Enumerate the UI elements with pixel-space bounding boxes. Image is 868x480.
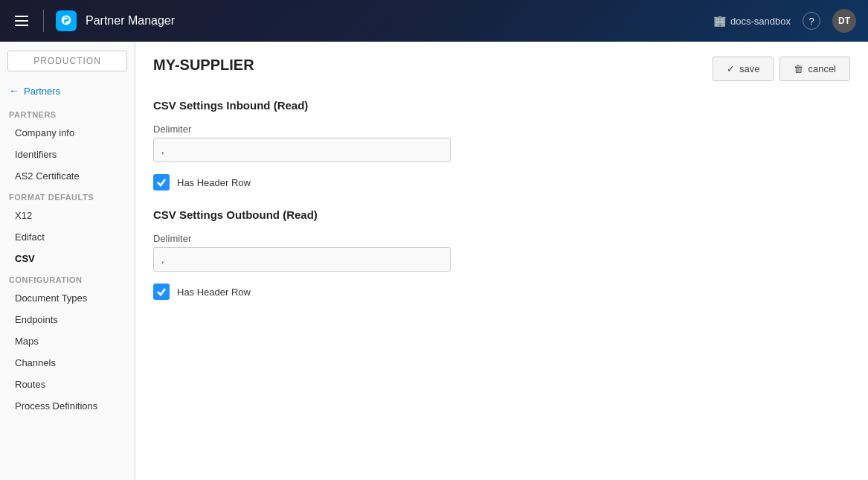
back-link[interactable]: ← Partners bbox=[0, 80, 135, 104]
save-label: save bbox=[739, 63, 759, 74]
outbound-header-row-label: Has Header Row bbox=[177, 287, 251, 298]
outbound-delimiter-group: Delimiter bbox=[153, 233, 850, 272]
section-label-format-defaults: FORMAT DEFAULTS bbox=[0, 187, 135, 205]
hamburger-menu[interactable] bbox=[12, 13, 31, 29]
env-selector[interactable]: PRODUCTION bbox=[7, 51, 127, 71]
sidebar-item-document-types[interactable]: Document Types bbox=[0, 287, 135, 309]
section-label-partners: PARTNERS bbox=[0, 104, 135, 122]
help-button[interactable]: ? bbox=[803, 12, 820, 30]
inbound-check-icon bbox=[156, 177, 167, 188]
back-link-label: Partners bbox=[24, 86, 60, 97]
sidebar-item-edifact[interactable]: Edifact bbox=[0, 226, 135, 248]
app-logo bbox=[56, 10, 77, 31]
sidebar-item-as2-certificate[interactable]: AS2 Certificate bbox=[0, 165, 135, 187]
page-title: MY-SUPPLIER bbox=[153, 57, 254, 74]
sidebar: PRODUCTION ← Partners PARTNERS Company i… bbox=[0, 42, 135, 480]
sidebar-item-identifiers[interactable]: Identifiers bbox=[0, 144, 135, 165]
section-label-configuration: CONFIGURATION bbox=[0, 269, 135, 287]
workspace-name: docs-sandbox bbox=[730, 16, 791, 27]
sidebar-item-maps[interactable]: Maps bbox=[0, 330, 135, 352]
outbound-delimiter-input[interactable] bbox=[153, 247, 451, 272]
workspace-indicator: 🏢 docs-sandbox bbox=[713, 15, 791, 27]
save-button[interactable]: ✓ save bbox=[713, 57, 774, 81]
inbound-delimiter-input[interactable] bbox=[153, 138, 451, 162]
logo-icon bbox=[60, 14, 73, 28]
inbound-section: CSV Settings Inbound (Read) Delimiter Ha… bbox=[153, 99, 850, 191]
cancel-label: cancel bbox=[808, 63, 836, 74]
inbound-header-row-checkbox[interactable] bbox=[153, 174, 170, 191]
save-check-icon: ✓ bbox=[727, 63, 735, 74]
outbound-check-icon bbox=[156, 287, 167, 297]
sidebar-item-process-definitions[interactable]: Process Definitions bbox=[0, 395, 135, 417]
header-actions: ✓ save 🗑 cancel bbox=[713, 57, 850, 81]
app-header: Partner Manager 🏢 docs-sandbox ? DT bbox=[0, 0, 868, 42]
app-title: Partner Manager bbox=[86, 14, 175, 28]
inbound-delimiter-group: Delimiter bbox=[153, 124, 850, 162]
header-divider bbox=[43, 10, 44, 32]
outbound-header-row-row: Has Header Row bbox=[153, 284, 850, 300]
outbound-delimiter-label: Delimiter bbox=[153, 233, 850, 244]
main-wrapper: MY-SUPPLIER ✓ save 🗑 cancel CSV Settings… bbox=[153, 57, 850, 300]
header-right: 🏢 docs-sandbox ? DT bbox=[713, 9, 856, 33]
sidebar-item-x12[interactable]: X12 bbox=[0, 205, 135, 226]
outbound-section-title: CSV Settings Outbound (Read) bbox=[153, 208, 850, 224]
cancel-button[interactable]: 🗑 cancel bbox=[779, 57, 850, 81]
outbound-section: CSV Settings Outbound (Read) Delimiter H… bbox=[153, 208, 850, 300]
cancel-trash-icon: 🗑 bbox=[794, 63, 803, 74]
sidebar-item-routes[interactable]: Routes bbox=[0, 374, 135, 395]
header-left: Partner Manager bbox=[12, 10, 713, 32]
back-arrow-icon: ← bbox=[9, 85, 19, 97]
outbound-header-row-checkbox[interactable] bbox=[153, 284, 170, 300]
inbound-header-row-row: Has Header Row bbox=[153, 174, 850, 191]
app-layout: PRODUCTION ← Partners PARTNERS Company i… bbox=[0, 42, 868, 480]
workspace-icon: 🏢 bbox=[713, 15, 726, 27]
sidebar-item-company-info[interactable]: Company info bbox=[0, 122, 135, 144]
main-content: MY-SUPPLIER ✓ save 🗑 cancel CSV Settings… bbox=[135, 42, 868, 480]
sidebar-item-channels[interactable]: Channels bbox=[0, 352, 135, 374]
avatar[interactable]: DT bbox=[832, 9, 856, 33]
inbound-delimiter-label: Delimiter bbox=[153, 124, 850, 135]
sidebar-item-csv[interactable]: CSV bbox=[0, 248, 135, 269]
inbound-header-row-label: Has Header Row bbox=[177, 177, 251, 188]
sidebar-item-endpoints[interactable]: Endpoints bbox=[0, 309, 135, 330]
inbound-section-title: CSV Settings Inbound (Read) bbox=[153, 99, 850, 115]
